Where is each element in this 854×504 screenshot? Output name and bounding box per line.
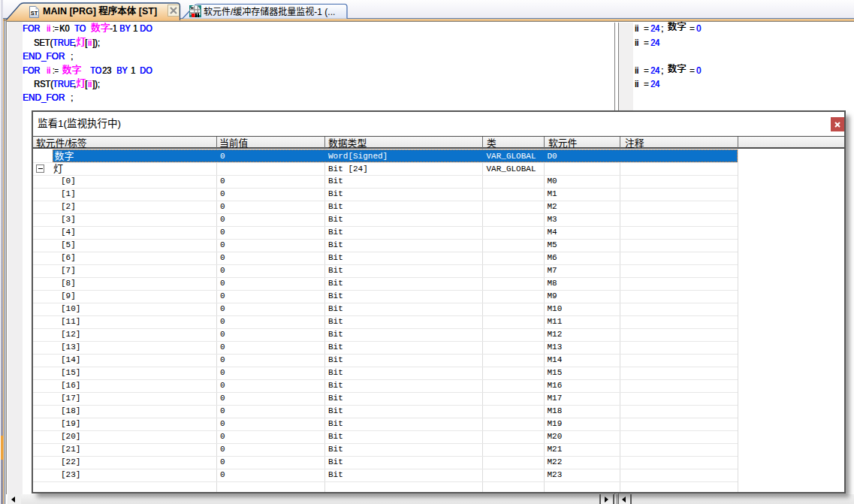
svg-text:ST: ST xyxy=(31,10,38,17)
